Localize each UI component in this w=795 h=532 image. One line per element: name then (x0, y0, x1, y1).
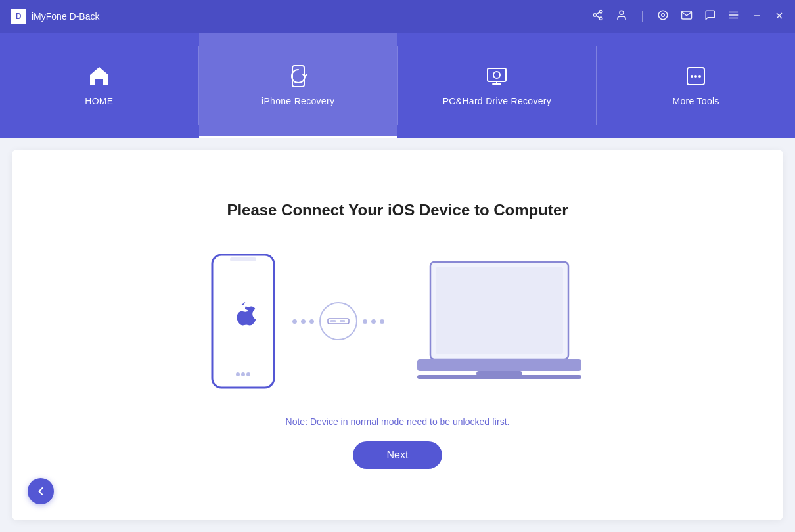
phone-illustration (207, 252, 279, 390)
nav-item-iphone-recovery-label: iPhone Recovery (261, 96, 334, 106)
location-icon[interactable] (657, 9, 669, 24)
svg-line-3 (596, 16, 599, 18)
usb-connector (319, 302, 357, 340)
divider (642, 11, 643, 22)
connect-illustration (207, 252, 588, 390)
svg-rect-32 (436, 267, 563, 354)
svg-point-20 (691, 75, 693, 78)
menu-icon[interactable] (728, 9, 740, 24)
usb-icon (327, 315, 350, 327)
share-icon[interactable] (592, 9, 604, 24)
connect-title: Please Connect Your iOS Device to Comput… (227, 201, 568, 219)
note-text: Note: Device in normal mode need to be u… (286, 416, 510, 427)
dot (301, 319, 306, 324)
svg-rect-35 (417, 375, 581, 379)
dots-left (292, 319, 314, 324)
svg-point-27 (246, 372, 250, 376)
laptop-illustration (411, 255, 588, 387)
nav-item-home-label: HOME (85, 96, 113, 106)
cable-area (292, 302, 384, 340)
phone-svg (207, 252, 279, 390)
svg-line-4 (596, 12, 599, 14)
svg-rect-14 (292, 66, 304, 87)
app-logo: D (11, 9, 26, 24)
main-content: Please Connect Your iOS Device to Comput… (12, 150, 783, 520)
svg-point-26 (241, 372, 245, 376)
svg-rect-30 (340, 320, 345, 322)
minimize-button[interactable] (752, 11, 762, 23)
mail-icon[interactable] (681, 9, 693, 24)
next-button[interactable]: Next (353, 441, 443, 469)
svg-point-22 (698, 75, 701, 78)
svg-rect-29 (330, 320, 336, 322)
svg-point-6 (662, 14, 665, 17)
title-bar-icons (592, 9, 784, 24)
back-button[interactable] (28, 478, 54, 504)
svg-rect-15 (488, 68, 506, 81)
nav-item-home[interactable]: HOME (0, 33, 198, 138)
home-icon (86, 63, 112, 89)
nav-item-iphone-recovery[interactable]: iPhone Recovery (199, 33, 398, 138)
dot (292, 319, 297, 324)
nav-item-more-tools[interactable]: More Tools (597, 33, 795, 138)
more-tools-icon (683, 63, 709, 89)
pc-recovery-icon (484, 63, 510, 89)
svg-rect-24 (230, 257, 256, 261)
back-arrow-icon (34, 485, 47, 498)
dot (363, 319, 367, 324)
dots-right (363, 319, 384, 324)
svg-point-7 (658, 11, 668, 20)
title-bar: D iMyFone D-Back (0, 0, 795, 33)
chat-icon[interactable] (704, 9, 716, 24)
close-button[interactable] (774, 11, 784, 23)
nav-bar: HOME iPhone Recovery PC&Hard Drive Recov… (0, 33, 795, 138)
dot (380, 319, 384, 324)
nav-item-pc-recovery[interactable]: PC&Hard Drive Recovery (398, 33, 597, 138)
iphone-recovery-icon (285, 63, 311, 89)
svg-point-5 (620, 11, 624, 14)
user-icon[interactable] (616, 9, 627, 24)
svg-rect-33 (417, 359, 581, 371)
svg-point-25 (236, 372, 240, 376)
dot (309, 319, 314, 324)
svg-point-21 (694, 75, 697, 78)
nav-item-more-tools-label: More Tools (673, 96, 719, 106)
app-name: iMyFone D-Back (32, 11, 592, 22)
laptop-svg (411, 255, 588, 387)
dot (371, 319, 376, 324)
nav-item-pc-recovery-label: PC&Hard Drive Recovery (443, 96, 551, 106)
svg-point-16 (493, 72, 500, 78)
